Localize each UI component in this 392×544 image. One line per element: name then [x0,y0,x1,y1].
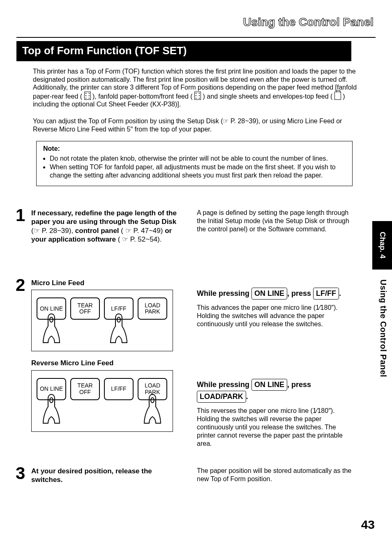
btn-label: LF/FF [111,306,126,312]
btn-label: LOAD PARK [138,302,166,315]
intro-text-c: ) and single sheets and envelopes-top fe… [203,93,333,100]
step-2-right-a: While pressing ON LINE, press LF/FF. Thi… [197,288,353,328]
note-item-2: When setting TOF for fanfold paper, all … [50,163,346,180]
lfff-key: LF/FF [313,288,339,300]
instr-b-mid: , press [287,380,311,389]
step1-bold-a: If necessary, redefine the page length o… [31,209,177,226]
note-item-1: Do not rotate the platen knob, otherwise… [50,154,346,163]
step1-bold-b: control panel [75,227,119,235]
step-1-left: If necessary, redefine the page length o… [31,209,183,244]
step-2-number: 2 [16,275,30,295]
page-number: 43 [361,518,375,532]
instr-line-a: While pressing ON LINE, press LF/FF. [197,288,353,300]
btn-label: TEAR OFF [71,302,99,315]
panel-figure-2: ON LINE TEAR OFF LF/FF LOAD PARK [31,370,173,432]
body-b: This reverses the paper one micro line (… [197,407,353,448]
instr-b-post: . [246,392,248,401]
instr-a-mid: , press [287,289,313,297]
step-1-number: 1 [16,205,30,225]
step-2-left-block: Micro Line Feed ON LINE TEAR OFF LF/FF L… [31,279,183,432]
reverse-micro-line-feed-title: Reverse Micro Line Feed [31,359,183,367]
single-sheet-icon [334,92,341,100]
online-key-b: ON LINE [251,379,287,391]
intro-text-b: ), fanfold paper-bottom/front feed ( [92,93,193,100]
top-rule [16,37,376,38]
loadpark-button-fig2: LOAD PARK [138,378,167,400]
step1-ref-a: (☞ P. 28~39), [31,227,73,235]
tearoff-button-fig2: TEAR OFF [70,378,100,400]
step-3-number: 3 [16,463,30,483]
loadpark-button-fig1: LOAD PARK [138,297,167,320]
note-box: Note: Do not rotate the platen knob, oth… [36,141,353,186]
fanfold-rear-icon [84,92,91,100]
step-2-right-b: While pressing ON LINE, press LOAD/PARK.… [197,379,353,448]
micro-line-feed-title: Micro Line Feed [31,279,183,287]
instr-b-pre: While pressing [197,380,251,389]
finger-icon [42,393,60,426]
intro-paragraph-2: You can adjust the Top of Form position … [33,117,362,134]
intro-paragraph-1: This printer has a Top of Form (TOF) fun… [33,67,362,108]
loadpark-key: LOAD/PARK [197,391,246,403]
finger-icon [42,312,60,345]
step-1-right: A page is defined by setting the page le… [197,209,353,233]
panel-figure-1: ON LINE TEAR OFF LF/FF LOAD PARK [31,290,173,351]
side-vertical-label: Using the Control Panel [378,279,388,377]
fanfold-bottom-icon [194,92,201,100]
chapter-side-tab: Chap. 4 [372,221,392,270]
step-3-right: The paper position will be stored automa… [197,467,353,483]
btn-label: ON LINE [40,386,63,392]
lfff-button-fig2: LF/FF [104,378,134,400]
finger-icon [110,312,128,345]
online-key: ON LINE [251,288,287,300]
online-button-fig1: ON LINE [37,297,66,320]
step-3-left: At your desired position, release the sw… [31,467,183,484]
btn-label: ON LINE [40,306,63,312]
page-header-outline: Using the Control Panel [243,16,374,29]
tearoff-button-fig1: TEAR OFF [70,297,100,320]
instr-line-b: While pressing ON LINE, press LOAD/PARK. [197,379,353,403]
section-title-bar: Top of Form Function (TOF SET) [16,41,351,61]
lfff-button-fig1: LF/FF [104,297,134,320]
btn-label: TEAR OFF [71,383,99,395]
note-label: Note: [43,145,346,153]
online-button-fig2: ON LINE [37,378,66,400]
instr-a-post: . [339,289,341,297]
body-a: This advances the paper one micro line (… [197,304,353,328]
step1-ref-b: ( ☞ P. 47~49) [121,227,163,235]
finger-icon [143,393,161,426]
instr-a-pre: While pressing [197,289,251,297]
btn-label: LF/FF [111,386,126,392]
step1-ref-c: ( ☞ P. 52~54). [118,235,162,243]
